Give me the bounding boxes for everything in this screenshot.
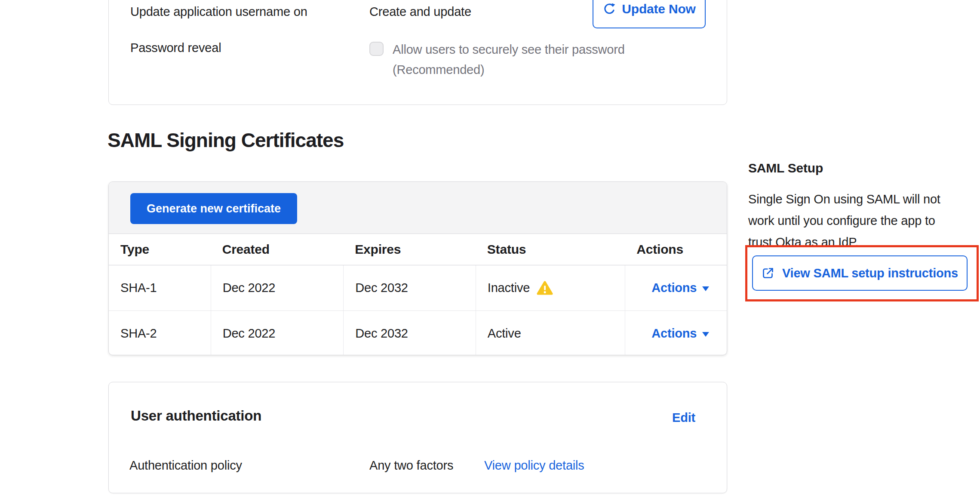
app-settings-card: Update application username on Create an… xyxy=(108,0,727,105)
cell-status: Active xyxy=(476,311,625,355)
caret-down-icon xyxy=(702,286,709,291)
password-reveal-checkbox[interactable] xyxy=(369,42,384,56)
cell-status: Inactive xyxy=(476,265,625,310)
view-policy-details-link[interactable]: View policy details xyxy=(484,458,584,473)
certificates-table-header: Type Created Expires Status Actions xyxy=(109,234,727,265)
user-authentication-card: User authentication Edit Authentication … xyxy=(108,382,727,493)
refresh-icon xyxy=(602,3,615,15)
password-reveal-label: Password reveal xyxy=(130,40,221,55)
update-now-label: Update Now xyxy=(622,2,695,16)
generate-new-certificate-button[interactable]: Generate new certificate xyxy=(130,193,297,224)
saml-certificates-panel: Generate new certificate Type Created Ex… xyxy=(108,181,727,355)
saml-setup-description-line: Single Sign On using SAML will not xyxy=(748,188,972,210)
view-saml-setup-instructions-button[interactable]: View SAML setup instructions xyxy=(752,255,968,291)
cell-expires: Dec 2032 xyxy=(343,311,476,355)
user-authentication-heading: User authentication xyxy=(131,407,261,424)
cell-actions: Actions xyxy=(625,311,727,355)
caret-down-icon xyxy=(702,332,709,337)
edit-link[interactable]: Edit xyxy=(672,411,695,425)
header-type: Type xyxy=(109,234,211,265)
actions-dropdown[interactable]: Actions xyxy=(651,326,709,341)
username-update-value: Create and update xyxy=(369,4,471,19)
warning-triangle-icon xyxy=(537,281,553,295)
authentication-policy-label: Authentication policy xyxy=(129,458,242,473)
header-expires: Expires xyxy=(343,234,476,265)
authentication-policy-value: Any two factors xyxy=(369,458,453,473)
actions-dropdown[interactable]: Actions xyxy=(651,281,709,295)
cell-actions: Actions xyxy=(625,265,727,310)
external-link-icon xyxy=(762,267,774,280)
password-reveal-checkbox-note: (Recommended) xyxy=(393,62,484,77)
cell-expires: Dec 2032 xyxy=(343,265,476,310)
saml-setup-description-line: work until you configure the app to xyxy=(748,210,972,231)
header-status: Status xyxy=(476,234,625,265)
status-text: Inactive xyxy=(488,281,530,295)
actions-label: Actions xyxy=(651,281,697,295)
cell-created: Dec 2022 xyxy=(211,265,344,310)
saml-setup-heading: SAML Setup xyxy=(748,161,823,175)
saml-setup-description: Single Sign On using SAML will not work … xyxy=(748,188,972,253)
actions-label: Actions xyxy=(651,326,697,341)
header-actions: Actions xyxy=(625,234,727,265)
view-saml-button-label: View SAML setup instructions xyxy=(782,266,958,280)
page: Update application username on Create an… xyxy=(0,0,980,498)
header-created: Created xyxy=(211,234,344,265)
table-row: SHA-2 Dec 2022 Dec 2032 Active Actions xyxy=(109,311,727,355)
saml-signing-certificates-heading: SAML Signing Certificates xyxy=(108,127,344,153)
status-text: Active xyxy=(488,326,521,341)
certificates-toolbar: Generate new certificate xyxy=(109,182,727,234)
username-update-label: Update application username on xyxy=(130,4,307,19)
cell-created: Dec 2022 xyxy=(211,311,344,355)
password-reveal-checkbox-label: Allow users to securely see their passwo… xyxy=(393,42,625,57)
update-now-button[interactable]: Update Now xyxy=(593,0,706,28)
cell-type: SHA-2 xyxy=(109,311,211,355)
cell-type: SHA-1 xyxy=(109,265,211,310)
table-row: SHA-1 Dec 2022 Dec 2032 Inactive Actions xyxy=(109,265,727,311)
